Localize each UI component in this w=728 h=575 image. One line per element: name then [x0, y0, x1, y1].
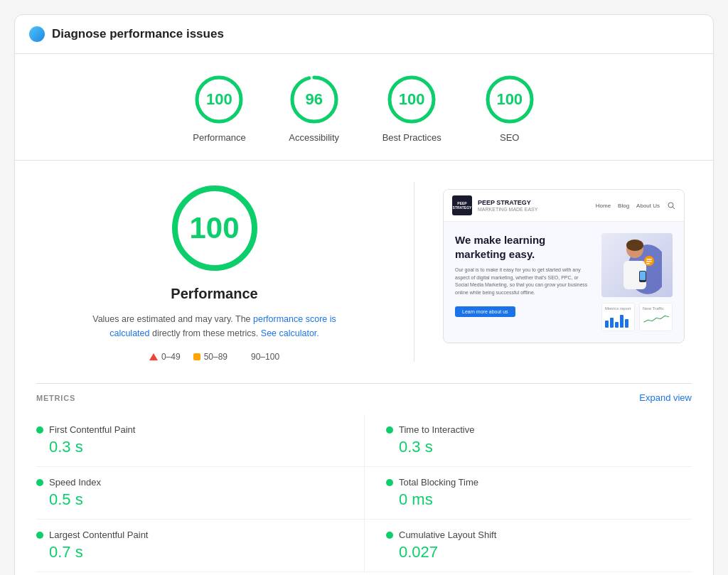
preview-card: PEEP STRATEGY PEEP STRATEGY MARKETING MA…	[443, 189, 685, 343]
person-illustration	[612, 234, 662, 296]
page-title: Diagnose performance issues	[52, 27, 224, 41]
bar-4	[620, 315, 623, 328]
metrics-section: METRICS Expand view First Contentful Pai…	[15, 383, 713, 575]
metrics-title: METRICS	[36, 394, 75, 402]
metric-fcp-name: First Contentful Paint	[49, 424, 135, 435]
metric-tbt-value: 0 ms	[386, 490, 692, 509]
metric-dot-lcp	[36, 532, 43, 539]
bar-1	[605, 321, 609, 328]
score-circle-accessibility: 96	[289, 74, 340, 125]
preview-body-text: Our goal is to make it easy for you to g…	[455, 267, 593, 296]
score-circle-seo: 100	[484, 74, 535, 125]
score-circle-best-practices: 100	[386, 74, 437, 125]
bar-3	[615, 322, 619, 328]
vertical-divider	[414, 182, 414, 362]
metric-cls-name-row: Cumulative Layout Shift	[386, 530, 692, 540]
score-item-accessibility[interactable]: 96 Accessibility	[289, 74, 340, 143]
metric-tbt-name-row: Total Blocking Time	[386, 477, 692, 488]
svg-line-11	[673, 207, 675, 209]
svg-rect-21	[646, 263, 650, 264]
metric-lcp: Largest Contentful Paint 0.7 s	[36, 520, 364, 572]
metric-si: Speed Index 0.5 s	[36, 467, 364, 520]
metric-lcp-name: Largest Contentful Paint	[49, 530, 148, 540]
page-wrapper: Diagnose performance issues 100 Performa…	[14, 14, 714, 575]
preview-logo: PEEP STRATEGY	[452, 195, 472, 215]
line-chart-svg	[643, 312, 669, 325]
preview-bar-chart: Metrics report	[601, 303, 635, 331]
metric-cls: Cumulative Layout Shift 0.027	[364, 520, 692, 572]
metric-lcp-value: 0.7 s	[36, 543, 343, 561]
nav-about: About Us	[636, 203, 660, 209]
legend-item-red: 0–49	[149, 352, 181, 362]
nav-blog: Blog	[618, 203, 629, 209]
metric-cls-value: 0.027	[386, 543, 692, 561]
metric-dot-cls	[386, 532, 393, 539]
preview-line-chart: New Traffic	[639, 303, 673, 331]
metric-tti-value: 0.3 s	[386, 438, 692, 456]
legend: 0–49 50–89 90–100	[149, 352, 279, 362]
svg-point-10	[668, 203, 673, 208]
left-panel: 100 Performance Values are estimated and…	[43, 182, 385, 362]
svg-rect-19	[646, 259, 652, 260]
preview-body: We make learning marketing easy. Our goa…	[444, 222, 684, 343]
metrics-header: METRICS Expand view	[36, 383, 692, 414]
metric-si-value: 0.5 s	[36, 490, 343, 509]
svg-rect-20	[646, 261, 652, 262]
bar-2	[610, 318, 614, 328]
legend-range-green: 90–100	[251, 352, 279, 362]
perf-description: Values are estimated and may vary. The p…	[80, 312, 350, 340]
score-item-performance[interactable]: 100 Performance	[193, 74, 245, 143]
metric-dot-si	[36, 479, 43, 486]
metric-fcp-name-row: First Contentful Paint	[36, 424, 343, 435]
expand-view-button[interactable]: Expand view	[639, 392, 692, 403]
red-triangle-icon	[149, 353, 158, 360]
metric-dot-tbt	[386, 479, 393, 486]
big-score-circle: 100	[168, 182, 261, 274]
svg-point-15	[626, 240, 643, 251]
right-panel: PEEP STRATEGY PEEP STRATEGY MARKETING MA…	[443, 182, 685, 362]
score-item-best-practices[interactable]: 100 Best Practices	[382, 74, 441, 143]
main-content: 100 Performance Values are estimated and…	[15, 161, 713, 383]
preview-headline: We make learning marketing easy.	[455, 233, 593, 261]
metric-dot-fcp	[36, 426, 43, 434]
preview-image-area: Metrics report New Traffi	[601, 233, 673, 331]
metric-tti-name-row: Time to Interactive	[386, 424, 692, 435]
green-dot-icon	[240, 353, 247, 360]
orange-square-icon	[193, 353, 200, 360]
metric-tti-name: Time to Interactive	[399, 424, 474, 435]
legend-item-green: 90–100	[240, 352, 279, 362]
bar-5	[625, 319, 628, 328]
metric-tbt: Total Blocking Time 0 ms	[364, 467, 692, 520]
preview-site-info: PEEP STRATEGY MARKETING MADE EASY	[478, 199, 537, 212]
mini-bar-chart	[605, 312, 631, 328]
metric-tbt-name: Total Blocking Time	[399, 477, 478, 488]
metric-tti: Time to Interactive 0.3 s	[364, 414, 692, 467]
metric-dot-tti	[386, 426, 393, 434]
scores-section: 100 Performance 96 Accessibility 1	[15, 53, 713, 161]
preview-chart-area: Metrics report New Traffi	[601, 303, 673, 331]
legend-range-orange: 50–89	[204, 352, 228, 362]
metric-si-name-row: Speed Index	[36, 477, 343, 488]
preview-header: PEEP STRATEGY PEEP STRATEGY MARKETING MA…	[444, 190, 684, 222]
metrics-grid: First Contentful Paint 0.3 s Time to Int…	[36, 414, 692, 572]
metric-cls-name: Cumulative Layout Shift	[399, 530, 496, 540]
svg-rect-17	[640, 272, 646, 280]
search-icon	[667, 201, 675, 210]
header: Diagnose performance issues	[15, 15, 713, 53]
preview-person-image	[601, 233, 673, 297]
perf-label: Performance	[171, 286, 257, 302]
nav-home: Home	[596, 203, 611, 209]
header-icon	[29, 26, 45, 42]
score-item-seo[interactable]: 100 SEO	[484, 74, 535, 143]
metric-si-name: Speed Index	[49, 477, 101, 488]
preview-text-area: We make learning marketing easy. Our goa…	[455, 233, 593, 317]
legend-item-orange: 50–89	[193, 352, 228, 362]
metric-fcp-value: 0.3 s	[36, 438, 343, 456]
calculator-link[interactable]: See calculator.	[261, 328, 319, 338]
preview-nav: Home Blog About Us	[596, 201, 675, 210]
metric-fcp: First Contentful Paint 0.3 s	[36, 414, 364, 467]
legend-range-red: 0–49	[161, 352, 181, 362]
metric-lcp-name-row: Largest Contentful Paint	[36, 530, 343, 540]
score-circle-performance: 100	[193, 74, 245, 125]
preview-cta-button[interactable]: Learn more about us	[455, 306, 515, 317]
